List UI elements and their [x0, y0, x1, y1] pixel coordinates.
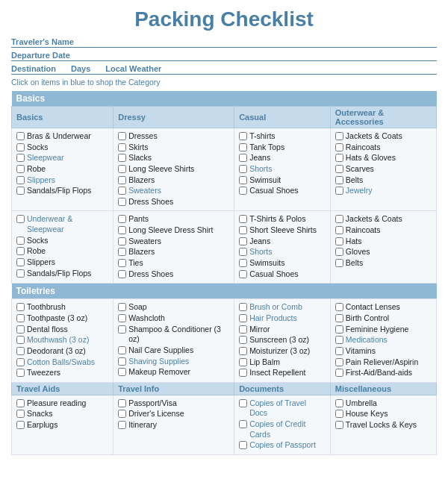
item-checkbox[interactable]: [239, 154, 247, 162]
item-checkbox[interactable]: [16, 215, 25, 223]
item-checkbox[interactable]: [118, 399, 126, 407]
item-checkbox[interactable]: [16, 347, 25, 355]
item-checkbox[interactable]: [16, 143, 25, 151]
item-checkbox[interactable]: [118, 198, 126, 206]
item-checkbox[interactable]: [239, 187, 247, 195]
item-checkbox[interactable]: [16, 187, 25, 195]
list-item: Swimsuit: [239, 175, 326, 186]
item-checkbox[interactable]: [118, 270, 126, 278]
list-item: Shampoo & Conditioner (3 oz): [118, 325, 229, 345]
outerwear-items-cell-2: Jackets & Coats Raincoats Hats Gloves Be…: [330, 211, 436, 284]
outerwear-spacer: [330, 91, 436, 107]
item-checkbox[interactable]: [16, 154, 25, 162]
item-checkbox[interactable]: [239, 176, 247, 184]
item-checkbox[interactable]: [239, 237, 247, 245]
item-checkbox[interactable]: [16, 410, 25, 418]
item-checkbox[interactable]: [118, 357, 126, 366]
item-checkbox[interactable]: [16, 399, 25, 407]
item-checkbox[interactable]: [16, 247, 25, 255]
item-checkbox[interactable]: [335, 215, 343, 223]
item-checkbox[interactable]: [16, 269, 25, 278]
item-checkbox[interactable]: [118, 303, 126, 311]
item-checkbox[interactable]: [335, 325, 343, 334]
item-checkbox[interactable]: [335, 176, 343, 184]
item-checkbox[interactable]: [239, 325, 247, 334]
item-checkbox[interactable]: [16, 369, 25, 377]
item-checkbox[interactable]: [118, 187, 126, 195]
item-checkbox[interactable]: [239, 441, 247, 449]
item-checkbox[interactable]: [118, 132, 126, 140]
item-checkbox[interactable]: [335, 248, 343, 256]
list-item: Casual Shoes: [239, 186, 326, 196]
item-checkbox[interactable]: [239, 259, 247, 267]
item-checkbox[interactable]: [118, 421, 126, 429]
item-checkbox[interactable]: [16, 132, 25, 140]
item-checkbox[interactable]: [16, 314, 25, 322]
item-checkbox[interactable]: [118, 143, 126, 151]
item-checkbox[interactable]: [118, 176, 126, 184]
item-checkbox[interactable]: [239, 270, 247, 278]
item-checkbox[interactable]: [335, 187, 343, 195]
item-checkbox[interactable]: [239, 420, 247, 428]
item-checkbox[interactable]: [335, 154, 343, 162]
item-checkbox[interactable]: [118, 346, 126, 354]
item-checkbox[interactable]: [239, 369, 247, 377]
item-checkbox[interactable]: [118, 154, 126, 162]
item-checkbox[interactable]: [118, 410, 126, 418]
item-checkbox[interactable]: [335, 132, 343, 140]
item-checkbox[interactable]: [335, 303, 343, 311]
item-checkbox[interactable]: [239, 215, 247, 223]
item-checkbox[interactable]: [16, 325, 25, 334]
list-item: Lip Balm: [239, 357, 326, 368]
destination-label: Destination: [11, 64, 71, 73]
item-checkbox[interactable]: [16, 237, 25, 245]
item-checkbox[interactable]: [118, 325, 126, 334]
item-checkbox[interactable]: [118, 259, 126, 267]
item-checkbox[interactable]: [335, 358, 343, 366]
item-checkbox[interactable]: [335, 259, 343, 267]
item-checkbox[interactable]: [239, 143, 247, 151]
item-checkbox[interactable]: [239, 248, 247, 256]
item-checkbox[interactable]: [335, 369, 343, 377]
list-item: Dress Shoes: [118, 269, 229, 280]
item-checkbox[interactable]: [239, 314, 247, 322]
item-checkbox[interactable]: [16, 165, 25, 173]
item-checkbox[interactable]: [335, 421, 343, 429]
items-row-1: Bras & Underwear Socks Sleepwear Robe Sl…: [12, 128, 437, 211]
item-checkbox[interactable]: [239, 336, 247, 344]
item-checkbox[interactable]: [239, 358, 247, 366]
item-checkbox[interactable]: [16, 258, 25, 266]
list-item: Moisturizer (3 oz): [239, 346, 326, 357]
item-checkbox[interactable]: [335, 399, 343, 407]
item-checkbox[interactable]: [239, 399, 247, 407]
item-checkbox[interactable]: [335, 165, 343, 173]
item-checkbox[interactable]: [335, 143, 343, 151]
item-checkbox[interactable]: [16, 421, 25, 429]
page-title: Packing Checklist: [11, 7, 437, 31]
item-checkbox[interactable]: [335, 410, 343, 418]
item-checkbox[interactable]: [118, 237, 126, 245]
item-checkbox[interactable]: [239, 165, 247, 173]
item-checkbox[interactable]: [335, 336, 343, 344]
item-checkbox[interactable]: [239, 347, 247, 355]
list-item: Mirror: [239, 325, 326, 335]
item-checkbox[interactable]: [16, 336, 25, 344]
item-checkbox[interactable]: [118, 226, 126, 234]
item-checkbox[interactable]: [118, 165, 126, 173]
list-item: Brush or Comb: [239, 302, 326, 313]
item-checkbox[interactable]: [118, 215, 126, 223]
item-checkbox[interactable]: [118, 248, 126, 256]
item-checkbox[interactable]: [16, 176, 25, 184]
item-checkbox[interactable]: [239, 132, 247, 140]
item-checkbox[interactable]: [239, 226, 247, 234]
item-checkbox[interactable]: [335, 226, 343, 234]
item-checkbox[interactable]: [16, 303, 25, 311]
item-checkbox[interactable]: [16, 358, 25, 366]
item-checkbox[interactable]: [335, 314, 343, 322]
list-item: Robe: [16, 164, 108, 175]
item-checkbox[interactable]: [118, 314, 126, 322]
item-checkbox[interactable]: [335, 347, 343, 355]
item-checkbox[interactable]: [335, 237, 343, 245]
item-checkbox[interactable]: [118, 368, 126, 376]
item-checkbox[interactable]: [239, 303, 247, 311]
